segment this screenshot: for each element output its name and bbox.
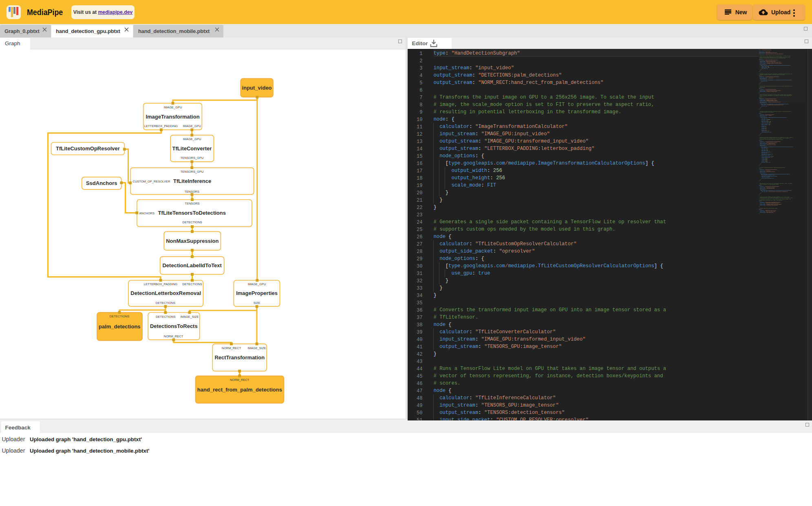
svg-text:ANCHORS: ANCHORS (139, 211, 155, 215)
svg-text:DETECTIONS: DETECTIONS (110, 315, 129, 318)
svg-text:CUSTOM_OP_RESOLVER: CUSTOM_OP_RESOLVER (133, 180, 170, 183)
svg-text:DETECTIONS: DETECTIONS (183, 220, 202, 224)
svg-text:IMAGE_GPU: IMAGE_GPU (183, 124, 201, 128)
svg-text:input_video: input_video (242, 85, 272, 91)
svg-text:DETECTIONS: DETECTIONS (156, 315, 175, 319)
svg-text:IMAGE_GPU: IMAGE_GPU (183, 137, 201, 141)
svg-text:hand_rect_from_palm_detections: hand_rect_from_palm_detections (197, 387, 282, 393)
svg-text:TENSORS_GPU: TENSORS_GPU (181, 170, 204, 174)
svg-text:ImageProperties: ImageProperties (236, 290, 278, 296)
svg-text:NORM_RECT: NORM_RECT (164, 334, 183, 338)
svg-text:NORM_RECT: NORM_RECT (230, 378, 249, 382)
svg-text:TENSORS_GPU: TENSORS_GPU (181, 156, 204, 160)
svg-text:DETECTIONS: DETECTIONS (182, 282, 202, 286)
svg-text:SIZE: SIZE (254, 301, 260, 305)
svg-text:IMAGE_GPU: IMAGE_GPU (164, 106, 182, 109)
svg-text:IMAGE_SIZE: IMAGE_SIZE (247, 346, 266, 350)
svg-text:DetectionLabelIdToText: DetectionLabelIdToText (162, 262, 222, 268)
svg-text:TfLiteConverter: TfLiteConverter (172, 145, 212, 152)
svg-text:TfLiteCustomOpResolver: TfLiteCustomOpResolver (56, 145, 120, 152)
svg-text:IMAGE_GPU: IMAGE_GPU (248, 282, 266, 286)
svg-text:SsdAnchors: SsdAnchors (86, 180, 117, 186)
svg-text:ImageTransformation: ImageTransformation (146, 114, 199, 120)
svg-text:TfLiteTensorsToDetections: TfLiteTensorsToDetections (158, 210, 226, 216)
svg-text:NORM_RECT: NORM_RECT (222, 346, 241, 350)
svg-text:LETTERBOX_PADDING: LETTERBOX_PADDING (144, 282, 178, 286)
svg-text:IMAGE_SIZE: IMAGE_SIZE (180, 315, 199, 319)
svg-text:palm_detections: palm_detections (99, 323, 141, 330)
svg-text:DetectionsToRects: DetectionsToRects (150, 323, 198, 329)
svg-text:LETTERBOX_PADDING: LETTERBOX_PADDING (144, 124, 178, 128)
svg-text:DETECTIONS: DETECTIONS (156, 301, 175, 305)
svg-text:TENSORS: TENSORS (185, 202, 199, 205)
svg-text:TfLiteInference: TfLiteInference (173, 178, 211, 184)
svg-text:NonMaxSuppression: NonMaxSuppression (166, 238, 218, 244)
svg-text:DetectionLetterboxRemoval: DetectionLetterboxRemoval (130, 290, 201, 296)
svg-text:RectTransformation: RectTransformation (214, 354, 265, 361)
